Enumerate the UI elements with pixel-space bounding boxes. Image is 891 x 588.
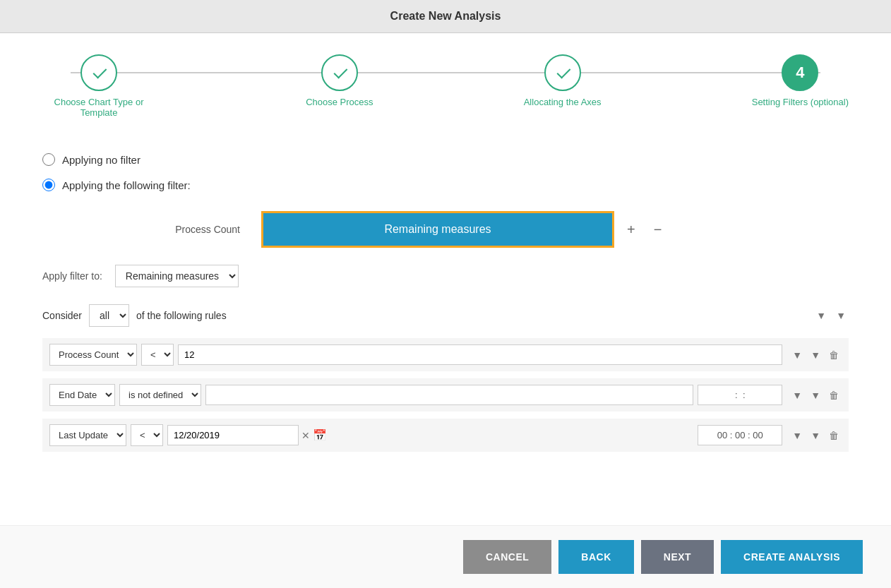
consider-row-icons: ▼ ▼ xyxy=(813,308,849,323)
step-2-check-icon xyxy=(333,65,347,79)
step-3-circle xyxy=(544,54,581,91)
footer: CANCEL BACK NEXT CREATE ANALYSIS xyxy=(0,525,891,588)
add-measure-button[interactable]: + xyxy=(621,219,641,241)
create-analysis-button[interactable]: CREATE ANALYSIS xyxy=(721,540,863,574)
step-4-number: 4 xyxy=(796,64,804,82)
step-2-label: Choose Process xyxy=(306,97,373,107)
with-filter-radio[interactable] xyxy=(42,179,55,191)
next-button[interactable]: NEXT xyxy=(641,540,714,574)
of-rules-label: of the following rules xyxy=(136,310,227,321)
apply-filter-label: Apply filter to: xyxy=(42,270,102,282)
rule-3-delete-icon[interactable]: 🗑 xyxy=(826,428,842,443)
no-filter-radio[interactable] xyxy=(42,153,55,166)
with-filter-option[interactable]: Applying the following filter: xyxy=(42,179,849,191)
main-content: Applying no filter Applying the followin… xyxy=(0,139,891,525)
rule-3-filter-icon[interactable]: ▼ xyxy=(789,428,805,443)
rule-1-field-select[interactable]: Process Count xyxy=(49,344,137,366)
dialog-header: Create New Analysis xyxy=(0,0,891,33)
rule-3-time-input[interactable] xyxy=(698,425,782,445)
rule-3-operator-select[interactable]: < xyxy=(131,424,163,446)
remove-measure-button[interactable]: − xyxy=(648,219,668,241)
no-filter-option[interactable]: Applying no filter xyxy=(42,153,849,166)
rule-2-clear-filter-icon[interactable]: ▼ xyxy=(808,388,823,402)
rule-row-3: Last Update < ✕ 📅 ▼ ▼ 🗑 xyxy=(42,419,849,452)
stepper: Choose Chart Type or Template Choose Pro… xyxy=(0,33,891,139)
step-1-check-icon xyxy=(93,65,107,79)
rule-1-filter-icon[interactable]: ▼ xyxy=(789,348,805,362)
remaining-measures-button[interactable]: Remaining measures xyxy=(261,211,614,248)
step-4-circle: 4 xyxy=(782,54,818,91)
rule-2-time-input[interactable] xyxy=(698,385,782,405)
step-4: 4 Setting Filters (optional) xyxy=(752,54,849,118)
filter-add-icon[interactable]: ▼ xyxy=(813,308,829,323)
no-filter-label: Applying no filter xyxy=(62,154,140,166)
consider-select[interactable]: all xyxy=(89,304,129,327)
step-3-label: Allocating the Axes xyxy=(524,97,602,107)
step-1: Choose Chart Type or Template xyxy=(42,54,155,118)
step-3: Allocating the Axes xyxy=(524,54,602,118)
rule-3-date-input[interactable] xyxy=(167,425,299,445)
step-2: Choose Process xyxy=(306,54,373,118)
dialog: Create New Analysis Choose Chart Type or… xyxy=(0,0,891,588)
measure-label: Process Count xyxy=(42,224,254,235)
rule-1-operator-select[interactable]: < xyxy=(141,344,174,366)
consider-row: Consider all of the following rules ▼ ▼ xyxy=(42,304,849,327)
with-filter-label: Applying the following filter: xyxy=(62,179,191,191)
rule-2-filter-icon[interactable]: ▼ xyxy=(789,388,805,402)
filter-remove-icon[interactable]: ▼ xyxy=(833,308,849,323)
rule-3-calendar-button[interactable]: 📅 xyxy=(313,428,327,442)
step-3-check-icon xyxy=(556,65,570,79)
rule-1-value-input[interactable] xyxy=(178,344,782,365)
rule-3-field-select[interactable]: Last Update xyxy=(49,424,126,446)
cancel-button[interactable]: CANCEL xyxy=(463,540,551,574)
apply-filter-select[interactable]: Remaining measures xyxy=(115,265,239,287)
rule-2-field-select[interactable]: End Date xyxy=(49,384,115,406)
consider-label: Consider xyxy=(42,310,82,321)
rule-2-operator-select[interactable]: is not defined xyxy=(119,384,201,406)
measure-row: Process Count Remaining measures + − xyxy=(42,211,849,248)
rule-3-icons: ▼ ▼ 🗑 xyxy=(789,428,842,443)
step-1-circle xyxy=(80,54,117,91)
rule-2-icons: ▼ ▼ 🗑 xyxy=(789,388,842,402)
back-button[interactable]: BACK xyxy=(558,540,633,574)
steps-container: Choose Chart Type or Template Choose Pro… xyxy=(42,54,849,118)
rule-row-1: Process Count < ▼ ▼ 🗑 xyxy=(42,338,849,371)
dialog-title: Create New Analysis xyxy=(390,10,501,22)
step-4-label: Setting Filters (optional) xyxy=(752,97,849,107)
step-1-label: Choose Chart Type or Template xyxy=(42,97,155,118)
rule-row-2: End Date is not defined ▼ ▼ 🗑 xyxy=(42,378,849,412)
step-2-circle xyxy=(321,54,358,91)
filter-options: Applying no filter Applying the followin… xyxy=(42,153,849,191)
rule-3-date-wrap: ✕ 📅 xyxy=(167,425,693,445)
rule-2-value-input[interactable] xyxy=(205,385,693,405)
rule-2-delete-icon[interactable]: 🗑 xyxy=(826,388,842,402)
rule-1-delete-icon[interactable]: 🗑 xyxy=(826,348,842,362)
rule-3-clear-filter-icon[interactable]: ▼ xyxy=(808,428,823,443)
apply-filter-row: Apply filter to: Remaining measures xyxy=(42,265,849,287)
rule-3-clear-button[interactable]: ✕ xyxy=(301,430,310,441)
rule-1-clear-filter-icon[interactable]: ▼ xyxy=(808,348,823,362)
rule-1-icons: ▼ ▼ 🗑 xyxy=(789,348,842,362)
